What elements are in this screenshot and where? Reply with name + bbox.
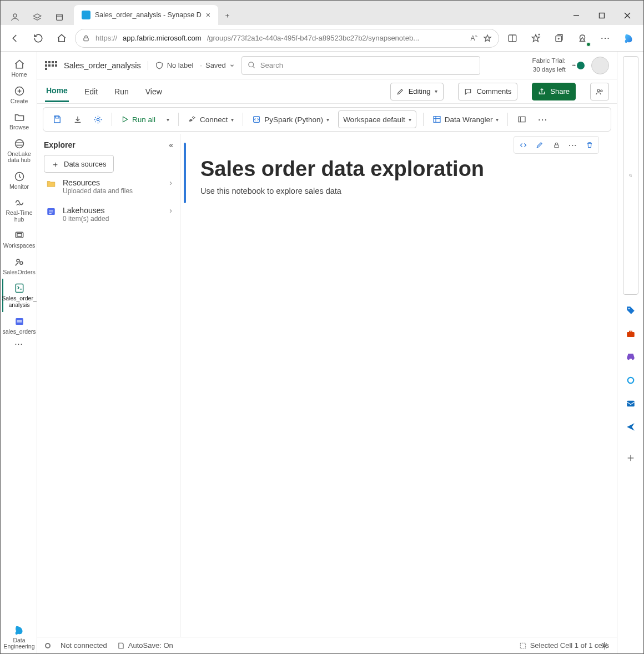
run-all-dropdown[interactable]: ▾ (162, 110, 174, 128)
status-bar: Not connected AutoSave: On Selected Cell… (37, 637, 617, 653)
nav-home-button[interactable] (52, 28, 72, 48)
trial-status: Fabric Trial: 30 days left (532, 57, 566, 74)
nav-back-button[interactable] (5, 28, 25, 48)
tab-actions-icon[interactable] (52, 9, 67, 25)
toolbar-more-button[interactable]: ··· (534, 110, 552, 128)
share-label: Share (550, 87, 570, 95)
save-button[interactable] (48, 110, 67, 128)
explorer-lakehouses-item[interactable]: Lakehouses 0 item(s) added › (44, 200, 173, 228)
settings-button[interactable] (89, 110, 107, 128)
sidebar-add-icon[interactable] (623, 450, 638, 466)
search-input[interactable]: Search (242, 56, 480, 75)
people-button[interactable] (590, 83, 609, 100)
tab-view[interactable]: View (144, 82, 163, 102)
share-button[interactable]: Share (532, 83, 576, 100)
sidebar-m365-icon[interactable] (623, 373, 638, 388)
document-name[interactable]: Sales_order_analysis (64, 61, 141, 70)
tab-run[interactable]: Run (113, 82, 130, 102)
layout-icon (517, 115, 527, 124)
cell-delete-button[interactable] (582, 138, 597, 152)
share-icon (538, 88, 546, 95)
favorite-star-icon[interactable] (483, 34, 492, 43)
nav-workspaces[interactable]: Workspaces (2, 226, 36, 253)
status-settings-button[interactable] (597, 638, 612, 653)
editing-mode-button[interactable]: Editing ▾ (390, 83, 444, 100)
new-tab-button[interactable]: ＋ (218, 6, 237, 25)
window-minimize-button[interactable] (564, 6, 589, 25)
cell-lock-button[interactable] (549, 138, 564, 152)
nav-more[interactable]: ··· (2, 338, 36, 351)
explorer-resources-item[interactable]: Resources Uploaded data and files › (44, 173, 173, 200)
save-status[interactable]: · Saved (200, 61, 235, 69)
address-bar[interactable]: https://app.fabric.microsoft.com/groups/… (75, 29, 499, 48)
comments-button[interactable]: Comments (458, 83, 517, 100)
lakehouse-icon (45, 206, 57, 217)
tab-home[interactable]: Home (45, 81, 69, 102)
tab-edit[interactable]: Edit (83, 82, 99, 102)
svg-point-47 (628, 308, 629, 309)
sidebar-shopping-icon[interactable] (623, 303, 638, 318)
profile-icon[interactable] (7, 9, 23, 25)
gear-icon (93, 115, 103, 124)
nav-persona[interactable]: Data Engineering (2, 621, 36, 653)
window-close-button[interactable] (615, 6, 640, 25)
comment-icon (464, 88, 472, 95)
cell-edit-button[interactable] (532, 138, 547, 152)
nav-sales-order-analysis[interactable]: Sales_order_ analysis (2, 279, 36, 311)
run-all-button[interactable]: Run all (117, 110, 160, 128)
favorites-icon[interactable] (526, 28, 546, 48)
browser-titlebar: Sales_order_analysis - Synapse D × ＋ (1, 1, 643, 25)
nav-refresh-button[interactable] (28, 28, 48, 48)
collections-icon[interactable] (549, 28, 569, 48)
download-button[interactable] (69, 110, 87, 128)
lock-icon (82, 34, 90, 42)
notebook-canvas[interactable]: ··· Sales order data exploration Use thi… (180, 134, 617, 637)
sidebar-tools-icon[interactable] (623, 326, 638, 341)
connection-dot-icon (45, 643, 51, 648)
sidebar-send-icon[interactable] (623, 419, 638, 435)
cell-more-button[interactable]: ··· (565, 138, 581, 152)
svg-point-28 (249, 62, 254, 67)
copilot-icon[interactable] (619, 28, 639, 48)
collapse-explorer-button[interactable]: « (169, 140, 173, 149)
reader-mode-icon[interactable]: A» (471, 34, 477, 42)
sensitivity-label[interactable]: No label (148, 61, 194, 70)
svg-point-49 (627, 378, 633, 384)
sidebar-search-icon[interactable] (623, 56, 638, 295)
connect-button[interactable]: Connect ▾ (183, 110, 238, 128)
chevron-down-icon: ▾ (435, 88, 437, 94)
app-launcher-icon[interactable] (45, 61, 57, 70)
nav-browse[interactable]: Browse (2, 108, 36, 134)
browser-tab-active[interactable]: Sales_order_analysis - Synapse D × (74, 5, 218, 25)
workspaces-icon[interactable] (29, 9, 45, 25)
nav-salesorders[interactable]: SalesOrders (2, 253, 36, 279)
trial-indicator[interactable]: •• (572, 62, 585, 69)
language-selector[interactable]: PySpark (Python) ▾ (248, 110, 334, 128)
environment-selector[interactable]: Workspace default ▾ (338, 110, 416, 128)
nav-monitor[interactable]: Monitor (2, 167, 36, 194)
user-avatar[interactable] (591, 57, 609, 74)
browser-menu-icon[interactable]: ··· (596, 28, 616, 48)
nav-home[interactable]: Home (2, 55, 36, 82)
cell-code-toggle[interactable] (515, 138, 531, 152)
sidebar-games-icon[interactable] (623, 349, 638, 365)
nav-realtime[interactable]: Real-Time hub (2, 193, 36, 226)
sensitivity-text: No label (167, 61, 194, 69)
markdown-cell[interactable]: ··· Sales order data exploration Use thi… (184, 139, 607, 207)
sidebar-outlook-icon[interactable] (623, 396, 638, 411)
data-sources-button[interactable]: ＋ Data sources (44, 155, 114, 173)
extensions-icon[interactable] (572, 28, 592, 48)
window-maximize-button[interactable] (589, 6, 615, 25)
svg-rect-39 (519, 117, 525, 122)
svg-rect-4 (600, 13, 605, 18)
cell-toolbar: ··· (514, 136, 599, 154)
autosave-status[interactable]: AutoSave: On (117, 641, 173, 650)
tab-close-icon[interactable]: × (206, 11, 210, 19)
split-screen-icon[interactable] (502, 28, 522, 48)
svg-point-33 (97, 118, 99, 120)
data-wrangler-button[interactable]: Data Wrangler ▾ (428, 110, 504, 128)
nav-sales-orders-table[interactable]: sales_orders (2, 312, 36, 339)
layout-button[interactable] (512, 110, 531, 128)
nav-onelake[interactable]: OneLake data hub (2, 134, 36, 167)
nav-create[interactable]: Create (2, 82, 36, 108)
